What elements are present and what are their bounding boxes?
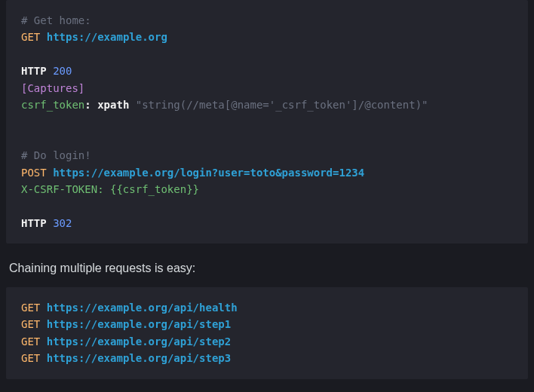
header-value: {{csrf_token}} [110, 183, 199, 195]
http-keyword: HTTP [21, 65, 47, 77]
colon: : [84, 99, 91, 111]
http-method: GET [21, 31, 40, 43]
capture-name: csrf_token [21, 99, 84, 111]
http-keyword: HTTP [21, 217, 47, 229]
section-captures: [Captures] [21, 82, 84, 94]
http-method: GET [21, 318, 40, 330]
capture-func: xpath [97, 99, 129, 111]
url: https://example.org/api/step1 [47, 318, 231, 330]
code-block-2: GET https://example.org/api/health GET h… [6, 287, 528, 379]
url: https://example.org/login?user=toto&pass… [53, 167, 364, 179]
capture-arg: "string(//meta[@name='_csrf_token']/@con… [136, 99, 428, 111]
http-method: GET [21, 302, 40, 314]
url: https://example.org/api/health [47, 302, 238, 314]
http-method: GET [21, 335, 40, 348]
code-block-1: # Get home: GET https://example.org HTTP… [6, 0, 528, 243]
url: https://example.org [47, 31, 167, 43]
status-code: 302 [53, 217, 72, 229]
http-method: POST [21, 167, 47, 179]
status-code: 200 [53, 65, 72, 77]
header-name: X-CSRF-TOKEN: [21, 183, 104, 195]
prose-text: Chaining multiple requests is easy: [0, 256, 534, 287]
http-method: GET [21, 352, 40, 364]
url: https://example.org/api/step2 [47, 335, 231, 348]
comment: # Get home: [21, 14, 91, 26]
comment: # Do login! [21, 149, 91, 161]
url: https://example.org/api/step3 [47, 352, 231, 364]
